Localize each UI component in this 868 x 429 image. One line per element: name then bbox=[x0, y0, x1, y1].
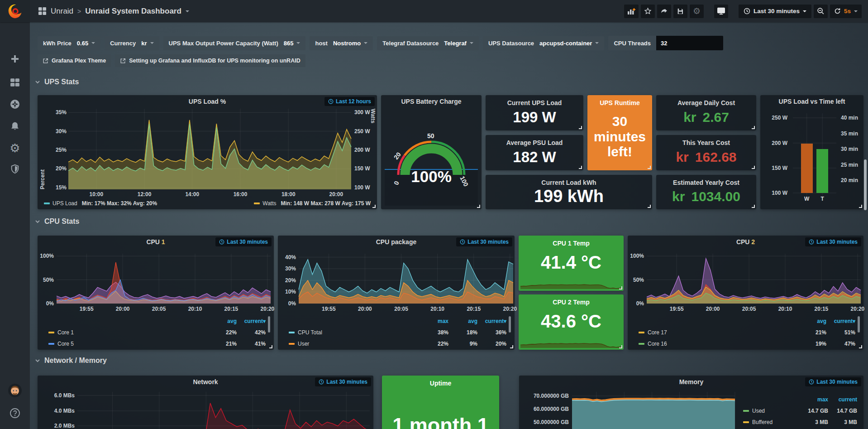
legend-column-header[interactable]: current bbox=[828, 396, 857, 403]
time-override-badge[interactable]: Last 30 minutes bbox=[315, 377, 371, 386]
save-dashboard-button[interactable] bbox=[673, 5, 687, 18]
panel-resize-handle[interactable] bbox=[269, 345, 272, 348]
create-menu-item[interactable] bbox=[8, 52, 22, 66]
configuration-menu-item[interactable]: ⚙ bbox=[8, 141, 22, 155]
user-avatar[interactable] bbox=[8, 384, 22, 397]
dashboard-settings-button[interactable]: ⚙ bbox=[690, 5, 704, 18]
section-cpu-stats[interactable]: CPU Stats bbox=[34, 217, 79, 226]
time-override-badge[interactable]: Last 30 minutes bbox=[215, 237, 272, 246]
time-range-picker[interactable]: Last 30 minutes bbox=[739, 5, 811, 18]
panel-resize-handle[interactable] bbox=[477, 205, 480, 208]
cpu-package-chart[interactable] bbox=[299, 254, 513, 304]
stat-title[interactable]: Estimated Yearly Cost bbox=[673, 179, 739, 186]
time-override-badge[interactable]: Last 30 minutes bbox=[456, 237, 512, 246]
panel-resize-handle[interactable] bbox=[619, 345, 622, 348]
legend-column-header[interactable]: max bbox=[420, 318, 448, 324]
section-ups-stats[interactable]: UPS Stats bbox=[34, 78, 79, 86]
stat-title[interactable]: CPU 2 Temp bbox=[553, 299, 589, 306]
stat-title[interactable]: Current Load kWh bbox=[541, 179, 596, 186]
legend-column-header[interactable]: current▾ bbox=[477, 318, 506, 324]
legend-series-name[interactable]: Used bbox=[743, 408, 799, 414]
stat-title[interactable]: This Years Cost bbox=[682, 139, 730, 146]
variable-kwh-price[interactable]: kWh Price 0.65 bbox=[38, 36, 100, 50]
add-panel-button[interactable] bbox=[624, 5, 639, 18]
panel-resize-handle[interactable] bbox=[579, 166, 582, 169]
panel-resize-handle[interactable] bbox=[752, 205, 755, 208]
panel-resize-handle[interactable] bbox=[648, 166, 651, 169]
panel-resize-handle[interactable] bbox=[510, 345, 513, 348]
share-dashboard-button[interactable] bbox=[657, 5, 671, 18]
zoom-out-button[interactable] bbox=[814, 5, 828, 18]
link-ups-monitoring-guide[interactable]: Setting up Grafana and InfluxDB for UPS … bbox=[115, 54, 305, 67]
legend-watts[interactable]: Watts Min: 148 W Max: 278 W Avg: 175 W bbox=[254, 200, 371, 207]
variable-ups-datasource[interactable]: UPS Datasource apcupsd-container bbox=[483, 36, 604, 50]
legend-column-header[interactable]: max bbox=[799, 396, 828, 403]
panel-resize-handle[interactable] bbox=[752, 126, 755, 129]
cpu-threads-input[interactable] bbox=[656, 36, 723, 50]
panel-resize-handle[interactable] bbox=[752, 166, 755, 169]
bar-w[interactable] bbox=[801, 144, 813, 193]
variable-currency[interactable]: Currency kr bbox=[105, 36, 159, 50]
grafana-logo[interactable] bbox=[0, 0, 30, 22]
network-chart[interactable] bbox=[77, 392, 370, 429]
bar-t[interactable] bbox=[816, 149, 828, 193]
cpu2-chart[interactable] bbox=[647, 254, 861, 304]
cycle-view-mode-button[interactable] bbox=[714, 5, 728, 18]
legend-series-name[interactable]: Core 1 bbox=[48, 329, 208, 336]
legend-series-name[interactable]: Core 17 bbox=[639, 329, 797, 336]
panel-title[interactable]: UPS Load vs Time left bbox=[764, 98, 860, 105]
variable-telegraf-datasource[interactable]: Telegraf Datasource Telegraf bbox=[377, 36, 479, 50]
legend-column-header[interactable]: avg bbox=[797, 318, 826, 324]
legend-series-name[interactable]: Core 16 bbox=[639, 341, 797, 347]
stat-title[interactable]: CPU 1 Temp bbox=[553, 240, 589, 247]
panel-resize-handle[interactable] bbox=[859, 205, 862, 208]
explore-menu-item[interactable] bbox=[8, 97, 22, 111]
legend-scrollbar[interactable] bbox=[858, 316, 860, 333]
time-override-badge[interactable]: Last 30 minutes bbox=[805, 237, 861, 246]
memory-chart[interactable] bbox=[572, 392, 735, 429]
axis-tick: 20% bbox=[56, 165, 67, 172]
stat-title[interactable]: Current UPS Load bbox=[507, 99, 562, 106]
stat-title[interactable]: Average Daily Cost bbox=[677, 99, 735, 106]
ups-load-chart[interactable] bbox=[68, 109, 351, 189]
legend-series-name[interactable]: Core 5 bbox=[48, 341, 208, 347]
legend-column-header[interactable]: current▾ bbox=[237, 318, 266, 324]
variable-host[interactable]: host Nostromo bbox=[310, 36, 373, 50]
stat-title[interactable]: Uptime bbox=[430, 380, 451, 387]
legend-series-name[interactable]: Buffered bbox=[743, 419, 799, 425]
server-admin-menu-item[interactable] bbox=[8, 162, 22, 176]
dashboards-menu-item[interactable] bbox=[8, 76, 22, 89]
legend-scrollbar[interactable] bbox=[509, 316, 511, 333]
panel-title[interactable]: UPS Load % bbox=[56, 98, 359, 105]
alerting-menu-item[interactable] bbox=[8, 120, 22, 133]
time-override-badge[interactable]: Last 12 hours bbox=[324, 97, 375, 106]
panel-title[interactable]: Network bbox=[56, 378, 355, 386]
legend-series-name[interactable]: CPU Total bbox=[289, 329, 420, 336]
chevron-down-icon[interactable] bbox=[186, 10, 189, 12]
legend-series-name[interactable]: User bbox=[289, 341, 420, 347]
panel-resize-handle[interactable] bbox=[648, 205, 651, 208]
page-scrollbar[interactable] bbox=[864, 159, 867, 210]
panel-title[interactable]: Memory bbox=[537, 378, 845, 386]
star-dashboard-button[interactable] bbox=[641, 5, 655, 18]
refresh-picker[interactable]: 5s bbox=[830, 5, 862, 18]
panel-resize-handle[interactable] bbox=[859, 345, 862, 348]
time-override-badge[interactable]: Last 30 minutes bbox=[805, 377, 861, 386]
legend-column-header[interactable]: avg bbox=[208, 318, 237, 324]
cpu1-chart[interactable] bbox=[57, 254, 271, 304]
stat-title[interactable]: Average PSU Load bbox=[506, 139, 563, 146]
stat-title[interactable]: UPS Runtime bbox=[600, 99, 640, 106]
breadcrumb-app[interactable]: Unraid bbox=[51, 7, 73, 16]
panel-resize-handle[interactable] bbox=[619, 286, 622, 289]
legend-column-header[interactable]: avg bbox=[448, 318, 477, 324]
legend-ups-load[interactable]: UPS Load Min: 17% Max: 32% Avg: 20% bbox=[44, 200, 157, 207]
breadcrumb-page-title[interactable]: Unraid System Dashboard bbox=[85, 7, 181, 16]
link-grafana-plex-theme[interactable]: Grafana Plex Theme bbox=[38, 54, 111, 67]
help-menu-item[interactable] bbox=[8, 406, 22, 420]
section-network-memory[interactable]: Network / Memory bbox=[34, 357, 107, 365]
legend-scrollbar[interactable] bbox=[268, 316, 270, 333]
panel-resize-handle[interactable] bbox=[372, 205, 376, 208]
legend-column-header[interactable]: current▾ bbox=[826, 318, 855, 324]
variable-ups-max-output[interactable]: UPS Max Output Power Capacity (Watt) 865 bbox=[163, 36, 306, 50]
panel-resize-handle[interactable] bbox=[579, 126, 582, 129]
